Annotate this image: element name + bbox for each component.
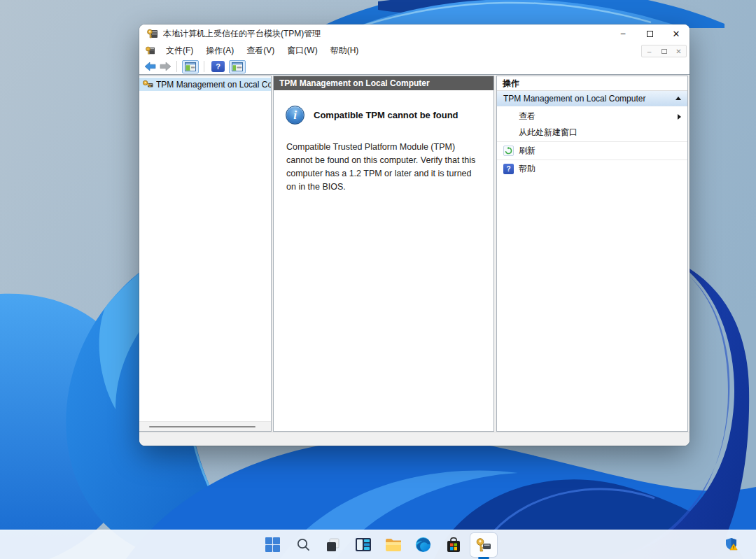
- menu-bar: 文件(F) 操作(A) 查看(V) 窗口(W) 帮助(H) – ✕: [139, 43, 690, 59]
- taskbar-start-button[interactable]: [260, 533, 286, 557]
- result-pane-header: TPM Management on Local Computer: [274, 76, 493, 90]
- info-icon: i: [286, 106, 304, 125]
- toolbar: ?: [139, 59, 690, 75]
- maximize-icon: [647, 31, 653, 37]
- actions-pane-title: 操作: [497, 76, 687, 91]
- toolbar-separator: [176, 61, 177, 72]
- tpm-key-window-icon: [146, 29, 158, 39]
- edge-icon: [415, 537, 431, 553]
- help-icon: ?: [216, 62, 220, 71]
- action-item-view[interactable]: 查看: [497, 108, 687, 125]
- actions-section-title: TPM Management on Local Computer: [503, 94, 645, 104]
- system-tray: [724, 537, 738, 553]
- scrollbar-thumb[interactable]: [149, 426, 255, 427]
- message-header: i Compatible TPM cannot be found: [286, 106, 482, 125]
- tpm-management-window: 本地计算机上受信任的平台模块(TPM)管理 – ✕ 文件(F) 操作(A) 查看…: [139, 24, 690, 446]
- action-label: 查看: [519, 111, 536, 122]
- submenu-arrow-icon: [678, 114, 681, 120]
- search-icon: [295, 537, 311, 553]
- tpm-key-icon: [142, 80, 153, 89]
- help-icon: ?: [503, 164, 514, 174]
- widgets-board-icon: [355, 537, 372, 552]
- caption-buttons: – ✕: [610, 24, 690, 43]
- taskbar-task-view-button[interactable]: [320, 533, 346, 557]
- tree-item-tpm-management[interactable]: TPM Management on Local Computer: [139, 78, 271, 91]
- result-pane: TPM Management on Local Computer i Compa…: [273, 76, 494, 432]
- actions-separator: [497, 160, 687, 160]
- mdi-restore-button[interactable]: [657, 45, 671, 57]
- desktop: 本地计算机上受信任的平台模块(TPM)管理 – ✕ 文件(F) 操作(A) 查看…: [0, 0, 756, 559]
- action-icon-slot: ?: [503, 164, 519, 174]
- menu-window[interactable]: 窗口(W): [281, 43, 323, 59]
- actions-pane: 操作 TPM Management on Local Computer 查看 从…: [496, 76, 688, 432]
- restore-icon: [662, 49, 667, 54]
- windows-security-warning-icon[interactable]: [724, 537, 738, 551]
- taskbar-search-button[interactable]: [290, 533, 316, 557]
- mdi-window-controls: – ✕: [641, 45, 687, 57]
- taskbar-widgets-board-button[interactable]: [350, 533, 377, 557]
- file-explorer-icon: [385, 538, 402, 552]
- action-label: 帮助: [519, 163, 536, 175]
- actions-separator: [497, 141, 687, 142]
- result-pane-body: i Compatible TPM cannot be found Compati…: [274, 90, 493, 194]
- action-item-refresh[interactable]: 刷新: [497, 143, 687, 159]
- task-view-icon: [325, 537, 341, 553]
- console-content: TPM Management on Local Computer TPM Man…: [139, 75, 690, 432]
- back-icon[interactable]: [144, 62, 157, 71]
- taskbar-tpm-console-button[interactable]: [470, 533, 497, 557]
- mdi-minimize-button[interactable]: –: [642, 45, 657, 57]
- windows-start-icon: [265, 537, 281, 553]
- taskbar-edge-button[interactable]: [410, 533, 437, 557]
- taskbar: [0, 530, 756, 559]
- console-tree: TPM Management on Local Computer: [139, 76, 271, 421]
- toolbar-help-button[interactable]: ?: [211, 61, 225, 72]
- close-button[interactable]: ✕: [663, 24, 690, 43]
- maximize-button[interactable]: [636, 24, 663, 43]
- action-item-new-window[interactable]: 从此处新建窗口: [497, 125, 687, 141]
- action-pane-icon: [232, 62, 243, 71]
- refresh-icon: [503, 146, 514, 156]
- menu-help[interactable]: 帮助(H): [324, 43, 365, 59]
- console-tree-icon: [185, 62, 196, 71]
- running-app-indicator: [478, 557, 489, 559]
- taskbar-file-explorer-button[interactable]: [380, 533, 407, 557]
- taskbar-store-button[interactable]: [440, 533, 467, 557]
- menu-file[interactable]: 文件(F): [160, 43, 200, 59]
- menu-action[interactable]: 操作(A): [200, 43, 240, 59]
- actions-section-header[interactable]: TPM Management on Local Computer: [497, 91, 687, 106]
- window-title: 本地计算机上受信任的平台模块(TPM)管理: [163, 28, 321, 40]
- status-bar: [139, 432, 690, 446]
- console-tree-toggle-button[interactable]: [182, 60, 199, 73]
- mdi-close-button[interactable]: ✕: [671, 45, 686, 57]
- microsoft-store-icon: [446, 537, 461, 553]
- action-label: 刷新: [519, 145, 536, 157]
- toolbar-separator: [204, 61, 204, 72]
- console-tree-pane: TPM Management on Local Computer: [139, 76, 272, 432]
- action-label: 从此处新建窗口: [519, 127, 578, 139]
- action-item-help[interactable]: ? 帮助: [497, 161, 687, 177]
- action-icon-slot: [503, 146, 519, 156]
- message-body: Compatible Trusted Platform Module (TPM)…: [286, 141, 479, 194]
- forward-icon[interactable]: [159, 62, 172, 71]
- tpm-key-icon: [475, 537, 492, 553]
- title-bar[interactable]: 本地计算机上受信任的平台模块(TPM)管理 – ✕: [139, 24, 690, 43]
- collapse-arrow-icon[interactable]: [676, 97, 681, 100]
- tree-item-label: TPM Management on Local Computer: [156, 80, 271, 90]
- actions-list: 查看 从此处新建窗口: [497, 106, 687, 177]
- minimize-button[interactable]: –: [610, 24, 636, 43]
- horizontal-scrollbar[interactable]: [139, 421, 271, 431]
- action-pane-toggle-button[interactable]: [229, 60, 246, 73]
- message-title: Compatible TPM cannot be found: [314, 110, 458, 120]
- tpm-key-window-icon-small: [145, 46, 155, 55]
- menu-view[interactable]: 查看(V): [240, 43, 281, 59]
